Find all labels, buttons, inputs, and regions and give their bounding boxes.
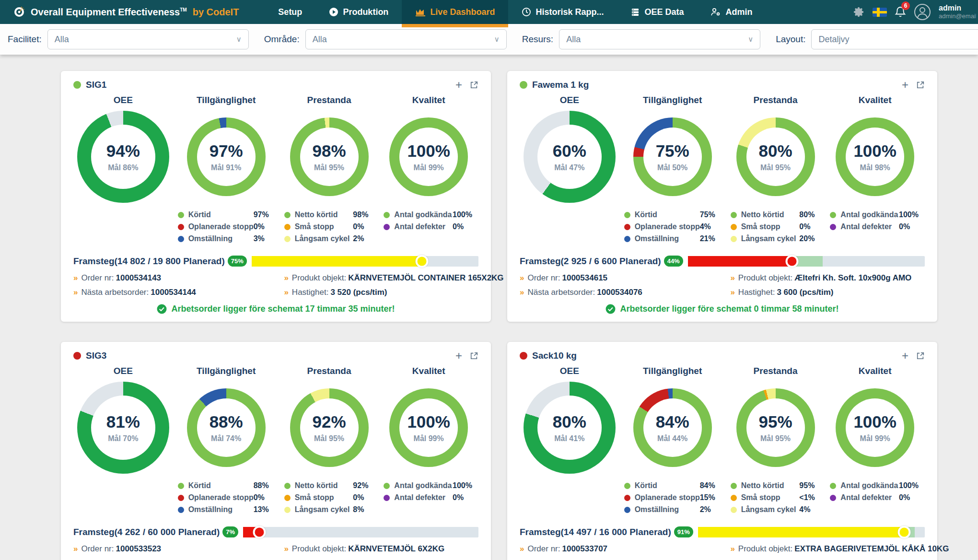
legend-label: Antal godkända (394, 210, 453, 219)
progress-badge: 75% (228, 256, 247, 267)
legend-row: Netto körtid 95% (731, 481, 824, 490)
legend-row: Körtid 75% (624, 210, 724, 219)
popout-icon[interactable] (916, 351, 925, 360)
language-flag-sweden-icon[interactable] (873, 8, 887, 17)
legend-dot-icon (284, 495, 291, 501)
legend-value: 84% (700, 481, 724, 490)
flag-cross-horizontal (873, 11, 887, 13)
filter-label: Layout: (776, 34, 805, 45)
legend-value: 80% (799, 210, 823, 219)
legend-dot-icon (384, 495, 390, 501)
legend-label: Långsam cykel (295, 505, 353, 514)
progress-bar (698, 527, 925, 537)
donut-value: 80% (758, 141, 792, 161)
legend-row: Antal godkända 100% (830, 210, 923, 219)
popout-icon[interactable] (916, 81, 925, 89)
donut-area: 100% Mål 99% (389, 107, 468, 206)
donut-center: 88% Mål 74% (197, 398, 256, 457)
card-title: Sack10 kg (532, 350, 577, 361)
donut-title: Tillgänglighet (197, 366, 256, 376)
donut-target: Mål 95% (760, 434, 791, 443)
nav-tab-label: Admin (725, 7, 752, 17)
info-value: Æltefri Kh. Soft. 10x900g AMO (794, 273, 911, 282)
add-icon[interactable]: + (902, 351, 908, 360)
add-icon[interactable]: + (902, 81, 908, 89)
filter-select[interactable]: Alla ∨ (559, 29, 760, 49)
nav-tab-historisk-rapp[interactable]: Historisk Rapp... (508, 0, 617, 24)
filter-select[interactable]: Alla ∨ (47, 29, 249, 49)
nav-tab-admin[interactable]: Admin (697, 0, 766, 24)
donut-column: Prestanda 95% Mål 95% Netto körtid 95% S… (726, 363, 826, 525)
nav-tab-label: Live Dashboard (430, 7, 495, 17)
filter-label: Resurs: (522, 34, 553, 45)
legend-label: Antal defekter (394, 493, 453, 502)
card-actions: + (455, 81, 478, 89)
progress-fill (688, 256, 792, 267)
donut-value: 100% (853, 412, 896, 432)
donut-area: 100% Mål 99% (836, 378, 914, 477)
legend-value: 8% (353, 505, 377, 514)
donut-legend (73, 481, 173, 525)
donut-title: Kvalitet (412, 95, 445, 105)
info-order-nr: Order nr:1000534615 (520, 273, 730, 283)
donut-area: 81% Mål 70% (77, 378, 169, 477)
progress-row: Framsteg(2 925 / 6 600 Planerad) 44% (520, 256, 925, 267)
info-label: Produkt objekt: (292, 273, 346, 282)
popout-icon[interactable] (470, 351, 478, 360)
user-info[interactable]: admin admin@email (939, 4, 976, 20)
donut-row: OEE 80% Mål 41% Tillgänglighet 84% Mål 4… (520, 363, 925, 525)
filter-select[interactable]: Alla ∨ (305, 29, 507, 49)
info-label: Hastighet: (292, 288, 329, 297)
status-text: Arbetsorder ligger före schemat 17 timma… (171, 304, 395, 314)
donut-center: 100% Mål 98% (846, 128, 904, 186)
nav-tab-live-dashboard[interactable]: Live Dashboard (402, 0, 508, 24)
donut-area: 100% Mål 99% (389, 378, 468, 477)
user-avatar-icon[interactable] (914, 3, 931, 21)
brand: Overall Equipment EffectivenessTM by Cod… (0, 0, 251, 24)
legend-value: 0% (254, 493, 278, 502)
donut-value: 100% (407, 141, 450, 161)
settings-gear-icon[interactable] (853, 6, 865, 18)
legend-row: Långsam cykel 8% (284, 505, 377, 514)
legend-value: 4% (700, 222, 724, 231)
info-label: Order nr: (81, 273, 114, 282)
donut-center: 94% Mål 86% (91, 125, 155, 189)
add-icon[interactable]: + (455, 351, 462, 360)
legend-row: Netto körtid 98% (284, 210, 377, 219)
donut-chart: 100% Mål 99% (389, 388, 468, 467)
legend-row: Oplanerade stopp 15% (624, 493, 724, 502)
legend-row: Antal defekter 0% (384, 493, 477, 502)
progress-badge: 7% (222, 526, 238, 537)
legend-label: Små stopp (741, 493, 800, 502)
legend-dot-icon (731, 483, 737, 489)
filter-select[interactable]: Detaljvy ∨ (811, 29, 978, 49)
card-title: SIG1 (86, 80, 106, 90)
donut-column: Tillgänglighet 97% Mål 91% Körtid 97% Op… (173, 92, 279, 255)
donut-center: 97% Mål 91% (197, 128, 256, 186)
donut-row: OEE 60% Mål 47% Tillgänglighet 75% Mål 5… (520, 92, 925, 255)
legend-label: Körtid (188, 210, 254, 219)
donut-target: Mål 98% (860, 163, 890, 172)
popout-icon[interactable] (470, 81, 478, 89)
donut-area: 92% Mål 95% (290, 378, 369, 477)
nav-tab-oee-data[interactable]: OEE Data (617, 0, 697, 24)
legend-label: Långsam cykel (741, 234, 800, 243)
legend-label: Antal godkända (840, 481, 899, 490)
legend-dot-icon (178, 212, 184, 218)
dashboard-grid: SIG1 + OEE 94% Mål 86% Tillgän (0, 55, 978, 560)
add-icon[interactable]: + (455, 81, 462, 89)
donut-value: 97% (210, 141, 243, 161)
legend-row: Körtid 88% (178, 481, 278, 490)
progress-knob (253, 525, 266, 538)
donut-target: Mål 95% (314, 434, 344, 443)
app-title: Overall Equipment EffectivenessTM (31, 7, 187, 18)
legend-dot-icon (284, 236, 291, 242)
nav-tab-setup[interactable]: Setup (265, 0, 315, 24)
info-label: Order nr: (527, 273, 560, 282)
donut-area: 80% Mål 95% (736, 107, 815, 206)
notifications-bell-icon[interactable]: 6 (895, 6, 906, 18)
filter-bar: Facilitet: Alla ∨ Område: Alla ∨ Resurs:… (0, 24, 978, 55)
check-circle-icon (605, 304, 616, 314)
nav-tab-produktion[interactable]: Produktion (315, 0, 402, 24)
legend-row: Oplanerade stopp 4% (624, 222, 724, 231)
